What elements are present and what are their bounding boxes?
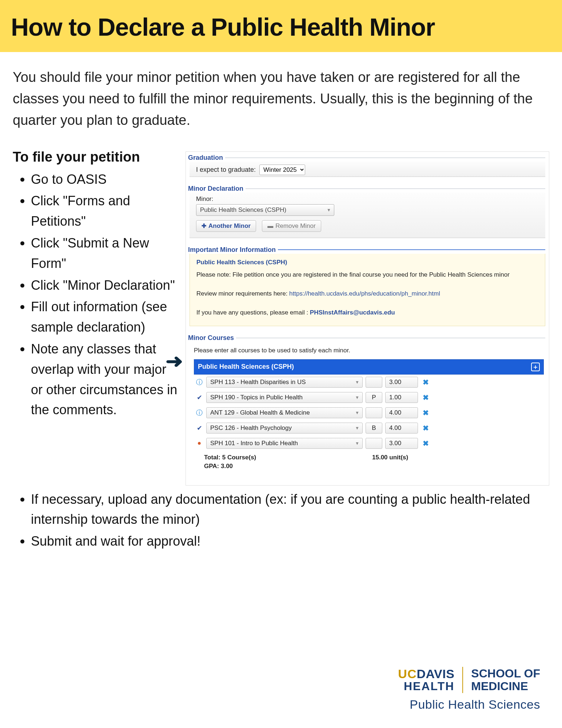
remove-course-button[interactable]: ✖ [421,424,430,432]
steps-list: Go to OASIS Click "Forms and Petitions" … [13,169,178,420]
remove-minor-button[interactable]: ▬ Remove Minor [262,220,321,232]
course-row: ⓘSPH 113 - Health Disparities in US▼3.00… [194,375,544,390]
list-item: If necessary, upload any documentation (… [31,489,549,530]
course-grade-cell[interactable] [366,407,382,418]
chevron-down-icon: ▼ [355,380,359,385]
logo-phs: Public Health Sciences [398,697,540,712]
course-units-cell[interactable]: 4.00 [385,407,418,418]
status-icon: ✔ [195,393,203,401]
course-name: SPH 101 - Intro to Public Health [210,440,298,447]
course-row: ⓘANT 129 - Global Health & Medicine▼4.00… [194,405,544,420]
total-courses-label: Total: 5 Course(s) [204,454,372,461]
course-group-title: Public Health Sciences (CSPH) [198,363,294,371]
list-item: Click "Minor Declaration" [31,275,178,296]
list-item: Go to OASIS [31,169,178,190]
logo-divider [462,667,463,693]
course-select[interactable]: SPH 113 - Health Disparities in US▼ [206,377,363,388]
contact-email-link[interactable]: PHSInstAffairs@ucdavis.edu [310,309,395,316]
minor-label: Minor: [196,195,544,203]
list-item: Click "Forms and Petitions" [31,191,178,232]
course-name: ANT 129 - Global Health & Medicine [210,409,310,416]
graduation-fieldset: Graduation I expect to graduate: Winter … [190,154,545,177]
course-group-header: Public Health Sciences (CSPH) ＋ [194,359,544,375]
logo-medicine: MEDICINE [471,680,540,693]
gpa-label: GPA: 3.00 [194,462,544,472]
minor-courses-legend: Minor Courses [188,334,236,342]
email-prefix: If you have any questions, please email … [196,309,310,316]
minor-courses-note: Please enter all courses to be used to s… [194,347,544,354]
oasis-sample-panel: Graduation I expect to graduate: Winter … [186,151,549,486]
remove-course-button[interactable]: ✖ [421,393,430,402]
course-units-cell[interactable]: 3.00 [385,377,418,388]
minor-select[interactable]: Public Health Sciences (CSPH) ▼ [196,204,334,216]
header-banner: How to Declare a Public Health Minor [0,0,562,52]
minor-declaration-fieldset: Minor Declaration Minor: Public Health S… [190,185,545,238]
course-grade-cell[interactable] [366,377,382,388]
minor-info-fieldset: Important Minor Information Public Healt… [190,246,545,326]
remove-course-button[interactable]: ✖ [421,439,430,448]
intro-paragraph: You should file your minor petition when… [0,52,562,135]
course-select[interactable]: PSC 126 - Health Psychology▼ [206,423,363,434]
arrow-icon: ➜ [166,350,183,372]
minus-icon: ▬ [267,223,273,229]
course-units-cell[interactable]: 3.00 [385,438,418,449]
status-icon: ✔ [195,424,203,432]
minor-info-legend: Important Minor Information [188,246,278,254]
list-item: Click "Submit a New Form" [31,233,178,274]
chevron-down-icon: ▼ [355,410,359,415]
graduate-label: I expect to graduate: [196,166,256,174]
minor-select-value: Public Health Sciences (CSPH) [200,206,286,214]
add-course-button[interactable]: ＋ [531,363,540,371]
remove-course-button[interactable]: ✖ [421,378,430,387]
course-name: PSC 126 - Health Psychology [210,424,292,432]
graduate-term-select[interactable]: Winter 2025 [259,165,305,175]
course-row: ●SPH 101 - Intro to Public Health▼3.00✖ [194,436,544,451]
list-item: Note any classes that overlap with your … [31,339,178,420]
minor-declaration-legend: Minor Declaration [188,185,246,193]
course-row: ✔PSC 126 - Health Psychology▼B4.00✖ [194,420,544,436]
course-units-cell[interactable]: 1.00 [385,392,418,403]
steps-column: To file your petition Go to OASIS Click … [13,149,178,486]
course-grade-cell[interactable]: B [366,423,382,434]
chevron-down-icon: ▼ [355,441,359,446]
steps-heading: To file your petition [13,149,178,165]
status-icon: ⓘ [195,408,203,417]
course-grade-cell[interactable] [366,438,382,449]
status-icon: ● [195,439,203,447]
chevron-down-icon: ▼ [327,207,331,213]
course-totals-row: Total: 5 Course(s) 15.00 unit(s) [194,451,544,462]
course-name: SPH 190 - Topics in Public Health [210,394,303,401]
remove-minor-label: Remove Minor [275,222,316,230]
list-item: Fill out information (see sample declara… [31,297,178,337]
logo-uc: UC [398,667,416,681]
review-prefix: Review minor requirements here: [196,290,289,297]
course-row: ✔SPH 190 - Topics in Public Health▼P1.00… [194,390,544,405]
steps-list-continued: If necessary, upload any documentation (… [0,486,562,551]
another-minor-button[interactable]: ✚ Another Minor [196,220,256,232]
total-units-label: 15.00 unit(s) [372,454,408,461]
course-select[interactable]: SPH 101 - Intro to Public Health▼ [206,438,363,449]
chevron-down-icon: ▼ [355,395,359,400]
course-name: SPH 113 - Health Disparities in US [210,379,306,386]
graduation-legend: Graduation [188,154,225,162]
page-title: How to Declare a Public Health Minor [11,13,551,41]
logo-health: HEALTH [398,680,454,693]
another-minor-label: Another Minor [208,222,251,230]
minor-info-note: Please note: File petition once you are … [196,271,538,278]
course-units-cell[interactable]: 4.00 [385,423,418,434]
chevron-down-icon: ▼ [355,426,359,431]
minor-info-title: Public Health Sciences (CSPH) [196,259,538,266]
sample-screenshot-column: ➜ Graduation I expect to graduate: Winte… [186,149,549,486]
minor-courses-fieldset: Minor Courses Please enter all courses t… [190,334,545,474]
course-grade-cell[interactable]: P [366,392,382,403]
list-item: Submit and wait for approval! [31,531,549,551]
logo-school-of: SCHOOL OF [471,667,540,680]
review-requirements-link[interactable]: https://health.ucdavis.edu/phs/education… [289,290,440,297]
status-icon: ⓘ [195,378,203,387]
course-select[interactable]: SPH 190 - Topics in Public Health▼ [206,392,363,403]
remove-course-button[interactable]: ✖ [421,408,430,417]
course-select[interactable]: ANT 129 - Global Health & Medicine▼ [206,407,363,418]
plus-icon: ✚ [202,222,206,229]
logo-davis: DAVIS [416,667,454,681]
footer-logo: UCDAVIS HEALTH SCHOOL OF MEDICINE Public… [398,667,540,712]
